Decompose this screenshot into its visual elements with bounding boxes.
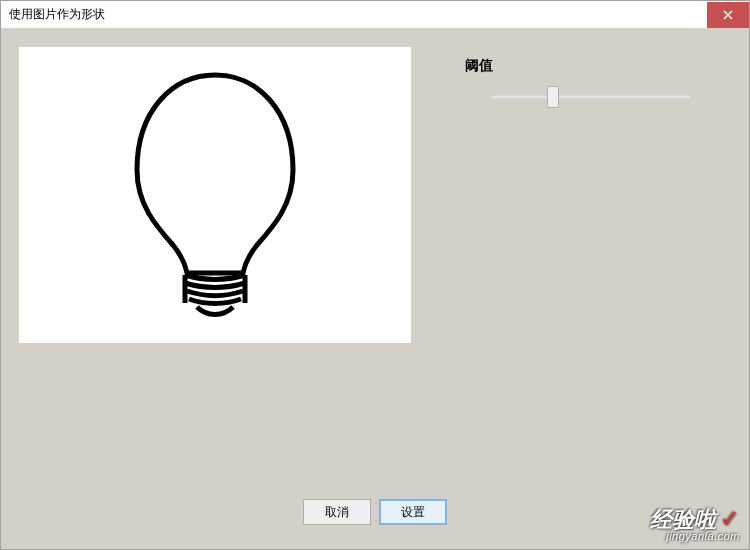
apply-button[interactable]: 设置 <box>379 499 447 525</box>
threshold-slider[interactable] <box>461 95 731 99</box>
button-row: 取消 设置 <box>19 499 731 531</box>
lightbulb-icon <box>25 50 405 340</box>
dialog-window: 使用图片作为形状 <box>0 0 750 550</box>
dialog-body: 阈值 取消 设置 <box>1 29 749 549</box>
window-title: 使用图片作为形状 <box>9 6 105 23</box>
cancel-button[interactable]: 取消 <box>303 499 371 525</box>
control-panel: 阈值 <box>461 47 731 343</box>
main-row: 阈值 <box>19 47 731 343</box>
threshold-label: 阈值 <box>465 57 731 75</box>
title-bar: 使用图片作为形状 <box>1 1 749 29</box>
close-icon <box>723 10 733 20</box>
slider-thumb[interactable] <box>547 86 559 108</box>
shape-preview <box>19 47 411 343</box>
close-button[interactable] <box>707 2 749 28</box>
slider-track <box>491 95 691 99</box>
